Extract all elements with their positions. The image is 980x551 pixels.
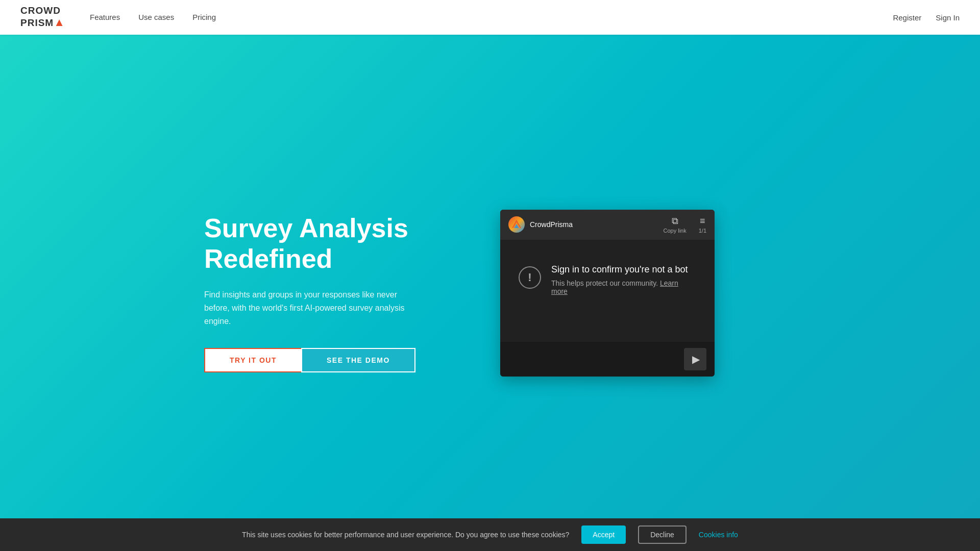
cookie-banner: This site uses cookies for better perfor… <box>0 518 980 551</box>
header-left: CROWD PRISM▲ Features Use cases Pricing <box>20 6 216 29</box>
sign-in-link[interactable]: Sign In <box>936 13 960 22</box>
video-actions: ⧉ Copy link ≡ 1/1 <box>663 216 706 234</box>
video-body: ! Sign in to confirm you're not a bot Th… <box>500 240 715 342</box>
hero-content: Survey Analysis Redefined Find insights … <box>184 210 796 377</box>
cookies-info-link[interactable]: Cookies info <box>699 531 738 539</box>
header: CROWD PRISM▲ Features Use cases Pricing … <box>0 0 980 35</box>
header-right: Register Sign In <box>893 13 960 22</box>
hero-subtitle: Find insights and groups in your respons… <box>204 288 419 328</box>
play-button[interactable]: ▶ <box>684 348 706 370</box>
logo[interactable]: CROWD PRISM▲ <box>20 6 65 29</box>
accept-cookies-button[interactable]: Accept <box>581 525 626 544</box>
video-channel: CrowdPrisma <box>508 216 573 233</box>
nav-use-cases[interactable]: Use cases <box>138 13 174 21</box>
copy-link-label: Copy link <box>663 228 686 234</box>
logo-crowd-text: CROWD <box>20 6 65 16</box>
hero-text: Survey Analysis Redefined Find insights … <box>204 213 459 372</box>
video-footer: ▶ <box>500 342 715 377</box>
try-it-out-button[interactable]: TRY IT OUT <box>204 348 301 372</box>
copy-icon: ⧉ <box>672 216 678 227</box>
channel-name: CrowdPrisma <box>530 220 573 229</box>
register-link[interactable]: Register <box>893 13 921 22</box>
decline-cookies-button[interactable]: Decline <box>638 525 687 544</box>
see-demo-button[interactable]: SEE THE DEMO <box>301 348 415 372</box>
nav-features[interactable]: Features <box>90 13 120 21</box>
video-warning: ! Sign in to confirm you're not a bot Th… <box>519 264 696 295</box>
exclamation-icon: ! <box>528 271 531 284</box>
page-counter: 1/1 <box>699 228 706 234</box>
list-icon: ≡ <box>700 216 705 227</box>
hero-section: Survey Analysis Redefined Find insights … <box>0 35 980 551</box>
nav-pricing[interactable]: Pricing <box>192 13 216 21</box>
warning-subtitle: This helps protect our community. Learn … <box>551 279 696 295</box>
copy-link-action[interactable]: ⧉ Copy link <box>663 216 686 234</box>
play-icon: ▶ <box>692 353 700 365</box>
logo-triangle-icon: ▲ <box>54 16 65 29</box>
warning-text: Sign in to confirm you're not a bot This… <box>551 264 696 295</box>
warning-icon: ! <box>519 266 541 289</box>
logo-prisma-text: PRISM▲ <box>20 16 65 29</box>
video-header: CrowdPrisma ⧉ Copy link ≡ 1/1 <box>500 210 715 240</box>
hero-buttons: TRY IT OUT SEE THE DEMO <box>204 348 459 372</box>
main-nav: Features Use cases Pricing <box>90 13 216 21</box>
channel-avatar <box>508 216 525 233</box>
video-card: CrowdPrisma ⧉ Copy link ≡ 1/1 ! <box>500 210 715 377</box>
hero-title-line1: Survey Analysis <box>204 213 408 243</box>
cookie-message: This site uses cookies for better perfor… <box>242 531 569 539</box>
hero-title-line2: Redefined <box>204 244 332 273</box>
hero-title: Survey Analysis Redefined <box>204 213 459 274</box>
warning-title: Sign in to confirm you're not a bot <box>551 264 696 275</box>
page-counter-action[interactable]: ≡ 1/1 <box>699 216 706 234</box>
